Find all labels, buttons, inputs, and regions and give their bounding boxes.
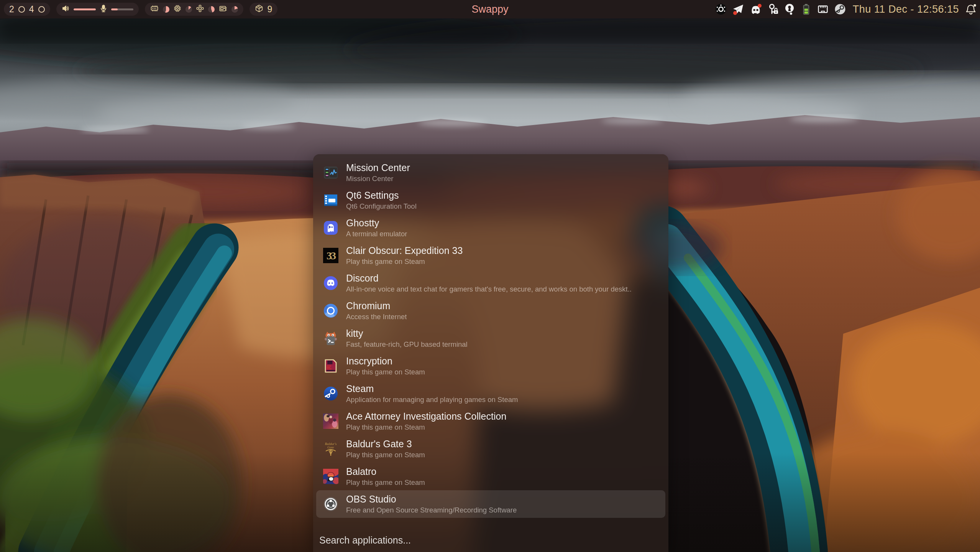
list-item-inscryption[interactable]: Inscryption Play this game on Steam	[313, 352, 668, 380]
list-item-qt6-settings[interactable]: Qt6 Settings Qt6 Configuration Tool	[313, 186, 668, 214]
app-name: OBS Studio	[346, 494, 517, 505]
app-description: Free and Open Source Streaming/Recording…	[346, 506, 517, 514]
balatro-icon	[323, 469, 338, 484]
battery-icon[interactable]	[800, 3, 812, 15]
app-description: Play this game on Steam	[346, 451, 425, 459]
qt6-settings-icon	[323, 193, 338, 208]
app-name: Ace Attorney Investigations Collection	[346, 411, 506, 422]
discord-icon[interactable]	[749, 3, 762, 15]
baldurs-gate-3-icon: Baldur'sGate	[323, 441, 338, 456]
audio-widget	[56, 3, 139, 16]
inscryption-icon	[323, 358, 338, 374]
gpu-usage-pie[interactable]	[208, 6, 215, 13]
memory-icon[interactable]	[150, 5, 159, 14]
app-name: kitty	[346, 328, 468, 339]
discord-icon	[323, 275, 338, 291]
kitty-icon	[323, 331, 338, 346]
memory-usage-pie[interactable]	[163, 6, 169, 13]
list-item-chromium[interactable]: Chromium Access the Internet	[313, 297, 668, 325]
obs-studio-icon	[323, 496, 338, 512]
app-description: Play this game on Steam	[346, 479, 425, 486]
cpu-usage-pie[interactable]	[185, 6, 192, 13]
microphone-icon[interactable]	[100, 5, 107, 14]
updates-count: 9	[268, 5, 272, 14]
app-description: Play this game on Steam	[346, 423, 506, 431]
app-name: Ghostty	[346, 218, 407, 229]
top-bar-left-cluster: 2 4	[4, 0, 277, 18]
list-item-balatro[interactable]: Balatro Play this game on Steam	[313, 463, 668, 490]
clair-obscur-expedition-33-icon: 33	[323, 248, 338, 263]
search-input[interactable]: Search applications...	[319, 535, 411, 546]
gpu-icon[interactable]	[196, 5, 204, 14]
app-description: Play this game on Steam	[346, 258, 463, 265]
app-name: Mission Center	[346, 163, 410, 173]
workspace-number[interactable]: 4	[29, 5, 34, 14]
updates-widget[interactable]: 9	[250, 3, 278, 16]
ghostty-icon	[323, 220, 338, 236]
clock[interactable]: Thu 11 Dec - 12:56:15	[853, 3, 959, 15]
package-box-icon	[255, 4, 263, 15]
top-bar: 2 4	[0, 0, 980, 18]
mic-slider[interactable]	[111, 8, 133, 10]
app-name: Qt6 Settings	[346, 190, 417, 201]
keepassxc-icon[interactable]	[767, 3, 779, 15]
app-list: Mission Center Mission Center Qt6 Settin…	[313, 159, 668, 518]
app-name: Discord	[346, 273, 632, 284]
steam-tray-icon[interactable]	[834, 3, 846, 15]
ethernet-icon[interactable]	[817, 3, 829, 15]
list-item-kitty[interactable]: kitty Fast, feature-rich, GPU based term…	[313, 325, 668, 352]
workspace-ring-icon[interactable]	[38, 6, 45, 13]
app-description: Qt6 Configuration Tool	[346, 203, 417, 210]
app-name: Clair Obscur: Expedition 33	[346, 246, 463, 256]
app-description: Fast, feature-rich, GPU based terminal	[346, 341, 468, 348]
keyhole-icon[interactable]	[784, 3, 795, 15]
svg-text:33: 33	[327, 250, 336, 262]
top-bar-right-cluster: Thu 11 Dec - 12:56:15	[715, 0, 977, 18]
app-name: Inscryption	[346, 356, 425, 367]
speaker-icon[interactable]	[62, 5, 69, 14]
list-item-mission-center[interactable]: Mission Center Mission Center	[313, 159, 668, 186]
list-item-ghostty[interactable]: Ghostty A terminal emulator	[313, 214, 668, 242]
system-monitor-widget	[145, 3, 243, 16]
app-description: A terminal emulator	[346, 230, 407, 238]
app-description: All-in-one voice and text chat for gamer…	[346, 285, 632, 293]
list-item-steam[interactable]: Steam Application for managing and playi…	[313, 380, 668, 407]
list-item-clair-obscur[interactable]: 33 Clair Obscur: Expedition 33 Play this…	[313, 242, 668, 269]
vram-usage-pie[interactable]	[231, 6, 238, 13]
list-item-baldurs-gate-3[interactable]: Baldur'sGate Baldur's Gate 3 Play this g…	[313, 435, 668, 463]
cpu-icon[interactable]	[174, 5, 181, 14]
app-description: Application for managing and playing gam…	[346, 396, 518, 404]
volume-slider[interactable]	[74, 8, 96, 10]
vram-icon[interactable]	[219, 5, 227, 14]
list-item-discord[interactable]: Discord All-in-one voice and text chat f…	[313, 269, 668, 297]
app-launcher-panel: Mission Center Mission Center Qt6 Settin…	[313, 154, 668, 552]
svg-text:Gate: Gate	[327, 445, 334, 449]
app-description: Play this game on Steam	[346, 368, 425, 376]
app-description: Access the Internet	[346, 313, 407, 321]
app-name: Chromium	[346, 301, 407, 311]
list-item-obs-studio-selected[interactable]: OBS Studio Free and Open Source Streamin…	[316, 490, 665, 518]
notification-bell-icon[interactable]	[965, 3, 977, 15]
telegram-icon[interactable]	[732, 3, 744, 15]
workspace-number[interactable]: 2	[9, 5, 14, 14]
chromium-icon	[323, 303, 338, 318]
workspace-ring-icon[interactable]	[18, 6, 25, 13]
steelseries-icon[interactable]	[715, 3, 727, 15]
workspaces-widget[interactable]: 2 4	[4, 3, 50, 16]
app-name: Steam	[346, 384, 518, 394]
mission-center-icon	[323, 165, 338, 180]
app-name: Balatro	[346, 466, 425, 477]
ace-attorney-icon	[323, 414, 338, 429]
list-item-ace-attorney[interactable]: Ace Attorney Investigations Collection P…	[313, 407, 668, 435]
steam-icon	[323, 386, 338, 401]
app-name: Baldur's Gate 3	[346, 439, 425, 450]
app-description: Mission Center	[346, 175, 410, 183]
